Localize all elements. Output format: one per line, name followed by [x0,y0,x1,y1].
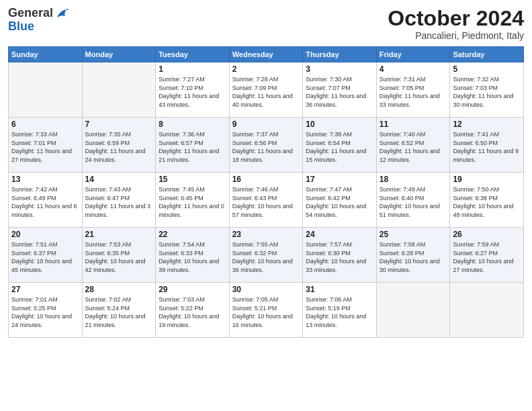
day-number-31: 31 [306,285,373,294]
day-number-29: 29 [159,285,226,294]
header-thursday: Thursday [303,47,377,62]
header-wednesday: Wednesday [229,47,303,62]
logo: General Blue [8,7,69,32]
day-number-21: 21 [85,230,153,239]
day-info-25: Sunrise: 7:58 AM Sunset: 6:28 PM Dayligh… [380,240,447,274]
day-info-7: Sunrise: 7:35 AM Sunset: 6:59 PM Dayligh… [85,130,153,164]
day-info-16: Sunrise: 7:46 AM Sunset: 6:43 PM Dayligh… [232,185,300,219]
day-info-3: Sunrise: 7:30 AM Sunset: 7:07 PM Dayligh… [306,75,373,109]
day-info-19: Sunrise: 7:50 AM Sunset: 6:38 PM Dayligh… [453,185,521,219]
day-info-11: Sunrise: 7:40 AM Sunset: 6:52 PM Dayligh… [380,130,447,164]
calendar-cell-4: 3Sunrise: 7:30 AM Sunset: 7:07 PM Daylig… [303,62,377,118]
day-info-24: Sunrise: 7:57 AM Sunset: 6:30 PM Dayligh… [306,240,373,274]
day-number-30: 30 [232,285,300,294]
header-friday: Friday [376,47,450,62]
day-info-26: Sunrise: 7:59 AM Sunset: 6:27 PM Dayligh… [453,240,521,274]
day-number-16: 16 [232,175,300,184]
day-info-17: Sunrise: 7:47 AM Sunset: 6:42 PM Dayligh… [306,185,373,219]
calendar-table: Sunday Monday Tuesday Wednesday Thursday… [8,46,524,338]
day-number-1: 1 [159,64,226,74]
day-number-28: 28 [85,285,153,294]
day-info-30: Sunrise: 7:05 AM Sunset: 5:21 PM Dayligh… [232,295,300,329]
calendar-cell-33 [376,283,450,338]
weekday-header-row: Sunday Monday Tuesday Wednesday Thursday… [9,47,524,62]
day-number-20: 20 [11,230,79,239]
page-container: General Blue October 2024 Pancalieri, Pi… [0,0,532,343]
day-info-12: Sunrise: 7:41 AM Sunset: 6:50 PM Dayligh… [453,130,521,164]
day-info-23: Sunrise: 7:55 AM Sunset: 6:32 PM Dayligh… [232,240,300,274]
day-info-13: Sunrise: 7:42 AM Sunset: 6:49 PM Dayligh… [11,185,79,219]
day-number-12: 12 [453,120,521,129]
calendar-cell-24: 23Sunrise: 7:55 AM Sunset: 6:32 PM Dayli… [229,228,303,283]
day-number-9: 9 [232,120,300,129]
calendar-cell-27: 26Sunrise: 7:59 AM Sunset: 6:27 PM Dayli… [450,228,524,283]
calendar-cell-18: 17Sunrise: 7:47 AM Sunset: 6:42 PM Dayli… [303,173,377,228]
day-number-7: 7 [85,120,153,129]
day-info-18: Sunrise: 7:49 AM Sunset: 6:40 PM Dayligh… [380,185,447,219]
day-info-8: Sunrise: 7:36 AM Sunset: 6:57 PM Dayligh… [159,130,226,164]
calendar-row-3: 20Sunrise: 7:51 AM Sunset: 6:37 PM Dayli… [9,228,524,283]
day-info-31: Sunrise: 7:06 AM Sunset: 5:19 PM Dayligh… [306,295,373,329]
day-info-9: Sunrise: 7:37 AM Sunset: 6:56 PM Dayligh… [232,130,300,164]
calendar-cell-7: 6Sunrise: 7:33 AM Sunset: 7:01 PM Daylig… [9,118,83,173]
day-number-18: 18 [380,175,447,184]
location: Pancalieri, Piedmont, Italy [388,30,524,41]
day-number-23: 23 [232,230,300,239]
day-info-14: Sunrise: 7:43 AM Sunset: 6:47 PM Dayligh… [85,185,153,219]
calendar-cell-16: 15Sunrise: 7:45 AM Sunset: 6:45 PM Dayli… [156,173,230,228]
calendar-cell-29: 28Sunrise: 7:02 AM Sunset: 5:24 PM Dayli… [82,283,156,338]
header-sunday: Sunday [9,47,83,62]
day-number-17: 17 [306,175,373,184]
calendar-cell-12: 11Sunrise: 7:40 AM Sunset: 6:52 PM Dayli… [376,118,450,173]
calendar-cell-14: 13Sunrise: 7:42 AM Sunset: 6:49 PM Dayli… [9,173,83,228]
header-saturday: Saturday [450,47,524,62]
calendar-cell-28: 27Sunrise: 7:01 AM Sunset: 5:25 PM Dayli… [9,283,83,338]
day-info-5: Sunrise: 7:32 AM Sunset: 7:03 PM Dayligh… [453,75,521,109]
day-info-15: Sunrise: 7:45 AM Sunset: 6:45 PM Dayligh… [159,185,226,219]
logo-text: General Blue [8,7,69,32]
calendar-cell-20: 19Sunrise: 7:50 AM Sunset: 6:38 PM Dayli… [450,173,524,228]
calendar-cell-1 [82,62,156,118]
day-info-6: Sunrise: 7:33 AM Sunset: 7:01 PM Dayligh… [11,130,79,164]
day-info-22: Sunrise: 7:54 AM Sunset: 6:33 PM Dayligh… [159,240,226,274]
calendar-cell-0 [9,62,83,118]
day-info-1: Sunrise: 7:27 AM Sunset: 7:10 PM Dayligh… [159,75,226,109]
calendar-cell-9: 8Sunrise: 7:36 AM Sunset: 6:57 PM Daylig… [156,118,230,173]
day-info-28: Sunrise: 7:02 AM Sunset: 5:24 PM Dayligh… [85,295,153,329]
calendar-cell-21: 20Sunrise: 7:51 AM Sunset: 6:37 PM Dayli… [9,228,83,283]
logo-bird-icon [54,8,69,20]
calendar-row-1: 6Sunrise: 7:33 AM Sunset: 7:01 PM Daylig… [9,118,524,173]
calendar-cell-19: 18Sunrise: 7:49 AM Sunset: 6:40 PM Dayli… [376,173,450,228]
day-number-4: 4 [380,64,447,74]
day-number-13: 13 [11,175,79,184]
day-number-26: 26 [453,230,521,239]
day-number-5: 5 [453,64,521,74]
day-info-4: Sunrise: 7:31 AM Sunset: 7:05 PM Dayligh… [380,75,447,109]
calendar-cell-26: 25Sunrise: 7:58 AM Sunset: 6:28 PM Dayli… [376,228,450,283]
calendar-cell-15: 14Sunrise: 7:43 AM Sunset: 6:47 PM Dayli… [82,173,156,228]
calendar-cell-30: 29Sunrise: 7:03 AM Sunset: 5:22 PM Dayli… [156,283,230,338]
calendar-cell-31: 30Sunrise: 7:05 AM Sunset: 5:21 PM Dayli… [229,283,303,338]
calendar-cell-8: 7Sunrise: 7:35 AM Sunset: 6:59 PM Daylig… [82,118,156,173]
calendar-cell-23: 22Sunrise: 7:54 AM Sunset: 6:33 PM Dayli… [156,228,230,283]
header-monday: Monday [82,47,156,62]
day-number-14: 14 [85,175,153,184]
day-number-3: 3 [306,64,373,74]
day-number-27: 27 [11,285,79,294]
day-number-6: 6 [11,120,79,129]
calendar-cell-25: 24Sunrise: 7:57 AM Sunset: 6:30 PM Dayli… [303,228,377,283]
day-info-21: Sunrise: 7:53 AM Sunset: 6:35 PM Dayligh… [85,240,153,274]
day-number-25: 25 [380,230,447,239]
calendar-cell-17: 16Sunrise: 7:46 AM Sunset: 6:43 PM Dayli… [229,173,303,228]
calendar-cell-32: 31Sunrise: 7:06 AM Sunset: 5:19 PM Dayli… [303,283,377,338]
calendar-cell-11: 10Sunrise: 7:38 AM Sunset: 6:54 PM Dayli… [303,118,377,173]
day-info-29: Sunrise: 7:03 AM Sunset: 5:22 PM Dayligh… [159,295,226,329]
calendar-cell-10: 9Sunrise: 7:37 AM Sunset: 6:56 PM Daylig… [229,118,303,173]
day-number-8: 8 [159,120,226,129]
header-tuesday: Tuesday [156,47,230,62]
day-number-22: 22 [159,230,226,239]
calendar-cell-13: 12Sunrise: 7:41 AM Sunset: 6:50 PM Dayli… [450,118,524,173]
day-info-20: Sunrise: 7:51 AM Sunset: 6:37 PM Dayligh… [11,240,79,274]
day-info-2: Sunrise: 7:28 AM Sunset: 7:09 PM Dayligh… [232,75,300,109]
header: General Blue October 2024 Pancalieri, Pi… [8,7,524,41]
